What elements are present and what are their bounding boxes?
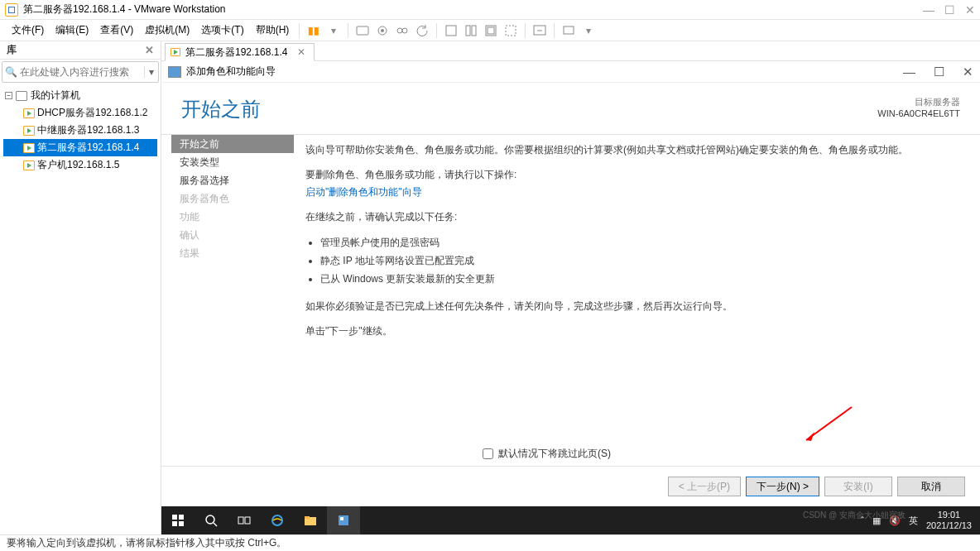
dropdown2-icon[interactable]: ▾ (579, 22, 598, 40)
target-server-info: 目标服务器 WIN-6A0CR4EL6TT (877, 96, 960, 118)
window-title: 第二服务器192.168.1.4 - VMware Workstation (23, 2, 226, 17)
verify-prefix: 在继续之前，请确认完成以下任务: (305, 208, 957, 225)
watermark: CSDN @ 安商金大小姐宿敌 (803, 510, 906, 521)
wizard-header: 开始之前 目标服务器 WIN-6A0CR4EL6TT (161, 83, 980, 127)
taskbar-search-icon[interactable] (195, 506, 228, 534)
status-text: 要将输入定向到该虚拟机，请将鼠标指针移入其中或按 Ctrl+G。 (7, 536, 286, 550)
close-button[interactable]: ✕ (965, 4, 975, 16)
revert-icon[interactable] (413, 22, 431, 40)
menu-tabs[interactable]: 选项卡(T) (196, 22, 248, 39)
svg-rect-12 (564, 26, 574, 34)
sidebar-close-icon[interactable]: ✕ (145, 44, 154, 56)
menu-file[interactable]: 文件(F) (7, 22, 49, 39)
wizard-title-text: 添加角色和功能向导 (186, 65, 276, 79)
menu-edit[interactable]: 编辑(E) (50, 22, 94, 39)
sidebar-title: 库 (7, 43, 17, 57)
svg-rect-18 (179, 521, 184, 526)
minimize-button[interactable]: — (923, 4, 934, 16)
wizard-minimize-button[interactable]: — (903, 65, 915, 79)
skip-checkbox-label[interactable]: 默认情况下将跳过此页(S) (483, 447, 980, 461)
vm-running-icon (23, 108, 35, 118)
library-sidebar: 库 ✕ 🔍 ▾ − 我的计算机 DHCP服务器192.168.1.2 中继服务器… (0, 41, 161, 534)
unity-icon[interactable] (502, 22, 520, 40)
tree-root[interactable]: − 我的计算机 (3, 87, 157, 104)
vm-item-server2[interactable]: 第二服务器192.168.1.4 (3, 139, 157, 156)
svg-point-3 (397, 28, 402, 33)
vm-taskbar: ˆ ▦ 🔇 英 19:01 2021/12/13 CSDN @ 安商金大小姐宿敌 (161, 506, 980, 534)
ie-icon[interactable] (261, 506, 294, 534)
fit-window-icon[interactable] (462, 22, 480, 40)
svg-rect-9 (488, 27, 494, 34)
prereq-item: 已从 Windows 更新安装最新的安全更新 (320, 271, 957, 287)
svg-rect-10 (506, 26, 516, 36)
wizard-nav: 开始之前 安装类型 服务器选择 服务器角色 功能 确认 结果 (161, 135, 294, 452)
server-manager-icon[interactable] (327, 506, 360, 534)
dropdown-icon[interactable]: ▾ (324, 22, 343, 40)
vm-running-icon (23, 161, 35, 170)
tab-close-icon[interactable]: ✕ (297, 46, 305, 58)
start-button[interactable] (161, 506, 195, 534)
svg-point-4 (402, 28, 407, 33)
wizard-heading: 开始之前 (181, 96, 261, 122)
ime-indicator[interactable]: 英 (909, 515, 918, 527)
svg-rect-17 (172, 521, 177, 526)
svg-rect-0 (357, 26, 368, 35)
skip-checkbox[interactable] (483, 448, 493, 459)
svg-point-2 (381, 29, 384, 32)
click-next-text: 单击"下一步"继续。 (305, 323, 957, 339)
explorer-icon[interactable] (294, 506, 327, 534)
search-input[interactable] (20, 66, 144, 78)
sidebar-header: 库 ✕ (0, 41, 161, 60)
nav-before-you-begin[interactable]: 开始之前 (171, 135, 294, 153)
remove-link[interactable]: 启动"删除角色和功能"向导 (305, 186, 422, 198)
fullscreen-icon[interactable] (531, 22, 549, 40)
vm-item-dhcp[interactable]: DHCP服务器192.168.1.2 (3, 104, 157, 122)
nav-server-roles: 服务器角色 (171, 189, 294, 208)
maximize-button[interactable]: ☐ (944, 4, 955, 16)
pause-icon[interactable]: ▮▮ (305, 22, 323, 40)
menu-vm[interactable]: 虚拟机(M) (140, 22, 195, 39)
content-area: 第二服务器192.168.1.4 ✕ 添加角色和功能向导 — ☐ ✕ 开始之前 (161, 41, 980, 534)
collapse-icon[interactable]: − (5, 92, 12, 99)
svg-rect-6 (466, 26, 470, 36)
svg-rect-5 (446, 26, 456, 36)
wizard-icon (168, 66, 181, 78)
wizard-footer: < 上一步(P) 下一步(N) > 安装(I) 取消 (161, 466, 980, 506)
next-button[interactable]: 下一步(N) > (746, 477, 819, 496)
nav-install-type[interactable]: 安装类型 (171, 153, 294, 171)
svg-line-20 (214, 523, 217, 526)
wizard-close-button[interactable]: ✕ (963, 65, 973, 79)
console-view-icon[interactable] (560, 22, 578, 40)
tabbar: 第二服务器192.168.1.4 ✕ (161, 41, 980, 61)
fit-guest-icon[interactable] (442, 22, 460, 40)
vm-running-icon (23, 126, 35, 136)
wizard-window: 添加角色和功能向导 — ☐ ✕ 开始之前 目标服务器 WIN-6A0CR4EL6… (161, 61, 980, 506)
svg-rect-16 (179, 515, 184, 520)
taskbar-clock[interactable]: 19:01 2021/12/13 (926, 510, 972, 531)
wizard-main: 该向导可帮助你安装角色、角色服务或功能。你需要根据组织的计算要求(例如共享文档或… (294, 135, 980, 452)
menu-view[interactable]: 查看(V) (95, 22, 138, 39)
cancel-button[interactable]: 取消 (897, 477, 965, 496)
task-view-icon[interactable] (228, 506, 261, 534)
vm-tab[interactable]: 第二服务器192.168.1.4 ✕ (165, 43, 315, 61)
snapshot-manager-icon[interactable] (393, 22, 411, 40)
menu-help[interactable]: 帮助(H) (251, 22, 295, 39)
send-ctrl-alt-del-icon[interactable] (353, 22, 372, 40)
svg-rect-22 (245, 517, 250, 524)
svg-rect-15 (172, 515, 177, 520)
install-button: 安装(I) (824, 477, 892, 496)
window-controls: — ☐ ✕ (923, 4, 975, 16)
prereq-item: 管理员帐户使用的是强密码 (320, 234, 957, 251)
nav-confirm: 确认 (171, 226, 294, 244)
vm-item-client[interactable]: 客户机192.168.1.5 (3, 156, 157, 174)
vmware-titlebar: 第二服务器192.168.1.4 - VMware Workstation — … (0, 0, 980, 20)
stretch-icon[interactable] (482, 22, 500, 40)
prereq-list: 管理员帐户使用的是强密码 静态 IP 地址等网络设置已配置完成 已从 Windo… (305, 234, 957, 288)
search-dropdown-icon[interactable]: ▾ (144, 66, 158, 78)
wizard-maximize-button[interactable]: ☐ (934, 65, 944, 79)
svg-rect-27 (340, 517, 343, 520)
snapshot-icon[interactable] (373, 22, 392, 40)
wizard-titlebar: 添加角色和功能向导 — ☐ ✕ (161, 61, 980, 83)
vm-item-relay[interactable]: 中继服务器192.168.1.3 (3, 122, 157, 139)
nav-server-select[interactable]: 服务器选择 (171, 171, 294, 189)
